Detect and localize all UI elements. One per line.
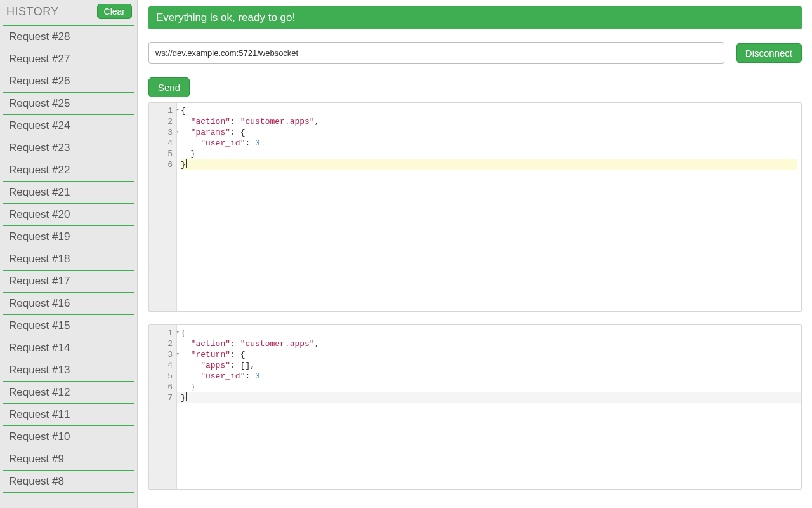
history-item[interactable]: Request #22 [3, 159, 134, 182]
send-row: Send [148, 77, 802, 97]
history-item[interactable]: Request #26 [3, 70, 134, 93]
websocket-url-input[interactable] [148, 42, 724, 64]
history-item[interactable]: Request #10 [3, 425, 134, 448]
history-item[interactable]: Request #17 [3, 270, 134, 293]
history-title: HISTORY [6, 5, 59, 18]
history-sidebar: HISTORY Clear Request #28Request #27Requ… [0, 0, 138, 508]
history-item[interactable]: Request #18 [3, 248, 134, 271]
request-code[interactable]: { "action": "customer.apps", "params": {… [177, 103, 801, 311]
response-editor[interactable]: 1234567 { "action": "customer.apps", "re… [148, 324, 802, 490]
history-item[interactable]: Request #14 [3, 337, 134, 359]
clear-history-button[interactable]: Clear [97, 4, 132, 19]
history-item[interactable]: Request #20 [3, 203, 134, 226]
history-item[interactable]: Request #8 [3, 470, 134, 493]
request-editor[interactable]: 123456 { "action": "customer.apps", "par… [148, 102, 802, 312]
history-item[interactable]: Request #13 [3, 359, 134, 382]
request-gutter: 123456 [149, 103, 177, 311]
history-item[interactable]: Request #28 [3, 25, 134, 48]
history-item[interactable]: Request #15 [3, 314, 134, 337]
main-pane: Everything is ok, ready to go! Disconnec… [138, 0, 812, 508]
connection-row: Disconnect [148, 42, 802, 64]
history-item[interactable]: Request #9 [3, 448, 134, 471]
history-item[interactable]: Request #11 [3, 403, 134, 426]
history-item[interactable]: Request #24 [3, 114, 134, 137]
history-header: HISTORY Clear [0, 0, 137, 25]
history-item[interactable]: Request #23 [3, 137, 134, 159]
disconnect-button[interactable]: Disconnect [736, 43, 802, 63]
response-gutter: 1234567 [149, 325, 177, 489]
history-item[interactable]: Request #27 [3, 48, 134, 70]
response-code[interactable]: { "action": "customer.apps", "return": {… [177, 325, 801, 489]
history-item[interactable]: Request #12 [3, 381, 134, 404]
send-button[interactable]: Send [148, 77, 190, 97]
history-item[interactable]: Request #21 [3, 181, 134, 204]
history-item[interactable]: Request #25 [3, 92, 134, 115]
history-item[interactable]: Request #19 [3, 225, 134, 248]
history-list[interactable]: Request #28Request #27Request #26Request… [3, 25, 134, 508]
history-item[interactable]: Request #16 [3, 292, 134, 315]
status-banner: Everything is ok, ready to go! [148, 6, 802, 29]
